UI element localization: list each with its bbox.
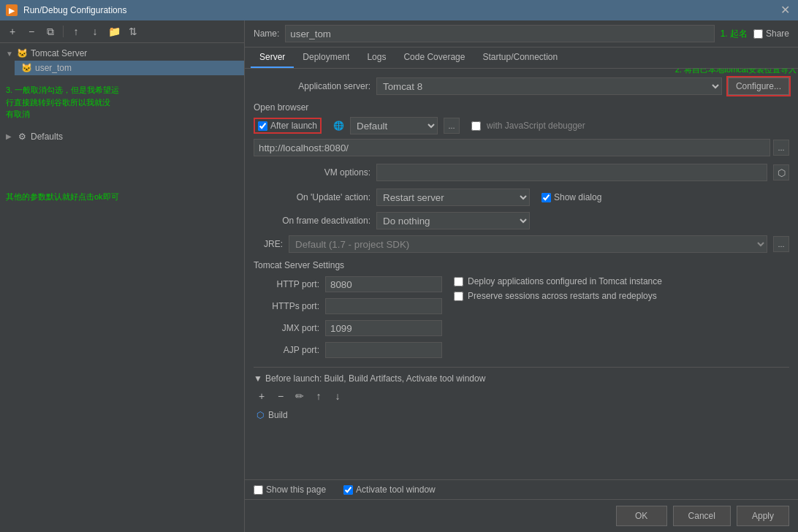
dialog-buttons: OK Cancel Apply — [245, 499, 798, 532]
browser-select[interactable]: Default — [350, 117, 438, 134]
left-panel: + − ⧉ ↑ ↓ 📁 ⇅ ▼ 🐱 Tomcat Server 🐱 user_t… — [0, 20, 245, 532]
name-hint: 1. 起名 — [721, 28, 748, 40]
after-launch-wrapper: After launch — [254, 118, 322, 134]
on-frame-select[interactable]: Do nothing Restart server Update classes… — [376, 212, 530, 229]
http-port-input[interactable] — [325, 276, 442, 292]
name-label: Name: — [254, 28, 279, 39]
ajp-port-label: AJP port: — [254, 345, 319, 355]
before-launch-toolbar: + − ✏ ↑ ↓ — [254, 388, 789, 404]
folder-button[interactable]: 📁 — [106, 23, 122, 39]
ports-section: HTTP port: HTTPs port: JMX port: AJP por… — [254, 276, 789, 358]
vm-expand-button[interactable]: ⬡ — [773, 164, 789, 180]
right-panel: Name: 1. 起名 Share Server Deployment Logs… — [245, 20, 798, 532]
move-down-button[interactable]: ↓ — [87, 23, 103, 39]
defaults-icon: ⚙ — [16, 131, 28, 142]
tomcat-icon: 🐱 — [16, 48, 28, 59]
bl-down-button[interactable]: ↓ — [330, 388, 346, 404]
tab-deployment[interactable]: Deployment — [294, 48, 358, 68]
jre-ellipsis-button[interactable]: ... — [773, 236, 789, 252]
app-icon: ▶ — [6, 4, 18, 16]
tab-startup-connection[interactable]: Startup/Connection — [474, 48, 566, 68]
deploy-options: Deploy applications configured in Tomcat… — [454, 276, 662, 358]
jmx-port-input[interactable] — [325, 320, 442, 336]
show-dialog-label-text: Show dialog — [554, 192, 601, 202]
on-update-row: On 'Update' action: Restart server Updat… — [254, 189, 789, 206]
deploy-app-label: Deploy applications configured in Tomcat… — [468, 276, 662, 286]
move-up-button[interactable]: ↑ — [68, 23, 84, 39]
bl-up-button[interactable]: ↑ — [311, 388, 327, 404]
name-row: Name: 1. 起名 Share — [245, 20, 798, 48]
on-update-label: On 'Update' action: — [254, 192, 370, 202]
jre-row: JRE: Default (1.7 - project SDK) ... — [254, 235, 789, 253]
build-item: ⬡ Build — [254, 408, 789, 422]
before-launch-header[interactable]: ▼ Before launch: Build, Build Artifacts,… — [254, 373, 789, 384]
tab-server[interactable]: Server — [251, 48, 294, 68]
show-page-wrapper: Show this page — [254, 484, 326, 495]
bl-remove-button[interactable]: − — [273, 388, 289, 404]
show-page-checkbox[interactable] — [254, 485, 263, 495]
configure-annotation: 2. 将自己本地tomcat安装位置导入 — [675, 69, 797, 75]
https-port-label: HTTPs port: — [254, 301, 319, 311]
user-tom-label: user_tom — [35, 63, 238, 73]
tab-code-coverage[interactable]: Code Coverage — [395, 48, 474, 68]
apply-button[interactable]: Apply — [737, 506, 789, 526]
ajp-port-input[interactable] — [325, 342, 442, 358]
share-row: Share — [753, 28, 789, 39]
activate-tool-wrapper: Activate tool window — [343, 484, 436, 495]
share-checkbox[interactable] — [753, 29, 763, 39]
activate-tool-label-text: Activate tool window — [356, 484, 436, 495]
tomcat-children: 🐱 user_tom — [0, 61, 244, 75]
on-update-select[interactable]: Restart server Update classes and resour… — [376, 189, 530, 206]
after-launch-checkbox[interactable] — [258, 121, 267, 131]
sort-button[interactable]: ⇅ — [125, 23, 141, 39]
remove-config-button[interactable]: − — [23, 23, 39, 39]
https-port-input[interactable] — [325, 298, 442, 314]
jre-select[interactable]: Default (1.7 - project SDK) — [289, 235, 767, 253]
copy-config-button[interactable]: ⧉ — [42, 23, 58, 39]
vm-options-input[interactable] — [376, 164, 767, 181]
left-ports: HTTP port: HTTPs port: JMX port: AJP por… — [254, 276, 442, 358]
cancel-button[interactable]: Cancel — [673, 506, 731, 526]
bl-edit-button[interactable]: ✏ — [292, 388, 308, 404]
tomcat-settings-title: Tomcat Server Settings — [254, 260, 789, 270]
configure-button[interactable]: Configure... — [728, 77, 789, 95]
tabs-bar: Server Deployment Logs Code Coverage Sta… — [245, 48, 798, 69]
browser-row: After launch 🌐 Default ... with JavaScri… — [254, 117, 789, 134]
close-button[interactable]: ✕ — [780, 4, 792, 16]
build-label: Build — [268, 410, 288, 420]
app-server-select[interactable]: Tomcat 8 — [376, 77, 722, 95]
activate-tool-checkbox[interactable] — [343, 485, 353, 495]
jmx-port-label: JMX port: — [254, 323, 319, 333]
url-ellipsis-button[interactable]: ... — [773, 140, 789, 156]
show-page-label-text: Show this page — [266, 484, 326, 495]
jmx-port-row: JMX port: — [254, 320, 442, 336]
on-frame-row: On frame deactivation: Do nothing Restar… — [254, 212, 789, 229]
show-dialog-wrapper: Show dialog — [542, 192, 601, 202]
preserve-sessions-checkbox[interactable] — [454, 292, 463, 301]
defaults-label: Defaults — [31, 132, 238, 142]
user-tom-icon: 🐱 — [20, 62, 32, 74]
deploy-app-checkbox[interactable] — [454, 277, 463, 286]
ok-button[interactable]: OK — [616, 506, 667, 526]
http-port-label: HTTP port: — [254, 279, 319, 289]
step3-annotation: 3. 一般取消勾选，但是我希望运行直接跳转到谷歌所以我就没有取消 — [0, 81, 244, 123]
after-launch-label: After launch — [270, 121, 317, 131]
with-js-label: with JavaScript debugger — [487, 121, 585, 131]
bl-add-button[interactable]: + — [254, 388, 270, 404]
tomcat-server-group[interactable]: ▼ 🐱 Tomcat Server — [0, 46, 244, 61]
url-input[interactable] — [254, 139, 770, 156]
server-content: Application server: Tomcat 8 Configure..… — [245, 69, 798, 479]
add-config-button[interactable]: + — [4, 23, 20, 39]
tab-logs[interactable]: Logs — [358, 48, 395, 68]
ajp-port-row: AJP port: — [254, 342, 442, 358]
app-server-label: Application server: — [254, 81, 370, 91]
defaults-item[interactable]: ▶ ⚙ Defaults — [0, 129, 244, 144]
preserve-sessions-label: Preserve sessions across restarts and re… — [468, 291, 657, 301]
with-js-debugger-checkbox[interactable] — [471, 121, 481, 131]
show-dialog-checkbox[interactable] — [542, 193, 551, 202]
user-tom-item[interactable]: 🐱 user_tom — [15, 61, 244, 75]
vm-options-row: VM options: ⬡ — [254, 164, 789, 181]
name-input[interactable] — [285, 25, 714, 42]
browser-ellipsis-button[interactable]: ... — [444, 118, 460, 134]
jre-label: JRE: — [254, 239, 283, 249]
